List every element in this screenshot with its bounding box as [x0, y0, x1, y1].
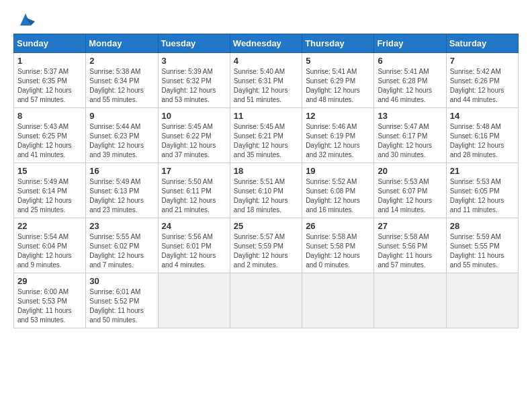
- calendar-week-row: 15 Sunrise: 5:49 AM Sunset: 6:14 PM Dayl…: [14, 163, 519, 218]
- col-thursday: Thursday: [302, 34, 374, 53]
- calendar-week-row: 8 Sunrise: 5:43 AM Sunset: 6:25 PM Dayli…: [14, 108, 519, 163]
- table-row: 22 Sunrise: 5:54 AM Sunset: 6:04 PM Dayl…: [14, 218, 86, 273]
- table-row: 21 Sunrise: 5:53 AM Sunset: 6:05 PM Dayl…: [446, 163, 518, 218]
- day-info: Sunrise: 5:56 AM Sunset: 6:01 PM Dayligh…: [162, 232, 226, 270]
- table-row: 19 Sunrise: 5:52 AM Sunset: 6:08 PM Dayl…: [302, 163, 374, 218]
- day-info: Sunrise: 5:43 AM Sunset: 6:25 PM Dayligh…: [17, 122, 82, 160]
- day-info: Sunrise: 6:00 AM Sunset: 5:53 PM Dayligh…: [17, 287, 82, 325]
- day-number: 11: [234, 111, 298, 121]
- col-monday: Monday: [86, 34, 158, 53]
- day-info: Sunrise: 5:57 AM Sunset: 5:59 PM Dayligh…: [234, 232, 298, 270]
- day-number: 20: [378, 166, 442, 176]
- day-number: 25: [234, 221, 298, 231]
- table-row: 29 Sunrise: 6:00 AM Sunset: 5:53 PM Dayl…: [14, 273, 86, 328]
- day-number: 22: [17, 221, 82, 231]
- day-number: 8: [17, 111, 82, 121]
- day-number: 28: [450, 221, 515, 231]
- table-row: 6 Sunrise: 5:41 AM Sunset: 6:28 PM Dayli…: [374, 53, 446, 108]
- day-info: Sunrise: 5:44 AM Sunset: 6:23 PM Dayligh…: [89, 122, 154, 160]
- day-info: Sunrise: 5:52 AM Sunset: 6:08 PM Dayligh…: [306, 177, 370, 215]
- day-number: 10: [162, 111, 226, 121]
- day-number: 5: [306, 56, 370, 66]
- day-info: Sunrise: 5:58 AM Sunset: 5:56 PM Dayligh…: [378, 232, 442, 270]
- day-info: Sunrise: 5:46 AM Sunset: 6:19 PM Dayligh…: [306, 122, 370, 160]
- table-row: [230, 273, 302, 328]
- table-row: 13 Sunrise: 5:47 AM Sunset: 6:17 PM Dayl…: [374, 108, 446, 163]
- table-row: 12 Sunrise: 5:46 AM Sunset: 6:19 PM Dayl…: [302, 108, 374, 163]
- day-number: 1: [17, 56, 82, 66]
- day-number: 13: [378, 111, 442, 121]
- calendar-week-row: 1 Sunrise: 5:37 AM Sunset: 6:35 PM Dayli…: [14, 53, 519, 108]
- table-row: [302, 273, 374, 328]
- day-number: 4: [234, 56, 298, 66]
- day-number: 12: [306, 111, 370, 121]
- day-number: 21: [450, 166, 515, 176]
- day-info: Sunrise: 5:45 AM Sunset: 6:21 PM Dayligh…: [234, 122, 298, 160]
- day-info: Sunrise: 5:49 AM Sunset: 6:14 PM Dayligh…: [17, 177, 82, 215]
- page: Sunday Monday Tuesday Wednesday Thursday…: [0, 0, 532, 411]
- day-info: Sunrise: 5:51 AM Sunset: 6:10 PM Dayligh…: [234, 177, 298, 215]
- day-number: 24: [162, 221, 226, 231]
- table-row: 24 Sunrise: 5:56 AM Sunset: 6:01 PM Dayl…: [158, 218, 230, 273]
- logo-icon: [16, 11, 35, 30]
- day-info: Sunrise: 5:53 AM Sunset: 6:05 PM Dayligh…: [450, 177, 515, 215]
- table-row: 3 Sunrise: 5:39 AM Sunset: 6:32 PM Dayli…: [158, 53, 230, 108]
- table-row: [158, 273, 230, 328]
- day-number: 14: [450, 111, 515, 121]
- day-number: 27: [378, 221, 442, 231]
- logo: [13, 11, 35, 27]
- day-number: 15: [17, 166, 82, 176]
- day-info: Sunrise: 5:55 AM Sunset: 6:02 PM Dayligh…: [89, 232, 154, 270]
- table-row: 30 Sunrise: 6:01 AM Sunset: 5:52 PM Dayl…: [86, 273, 158, 328]
- day-info: Sunrise: 5:58 AM Sunset: 5:58 PM Dayligh…: [306, 232, 370, 270]
- day-info: Sunrise: 5:54 AM Sunset: 6:04 PM Dayligh…: [17, 232, 82, 270]
- day-info: Sunrise: 5:39 AM Sunset: 6:32 PM Dayligh…: [162, 67, 226, 105]
- calendar-week-row: 22 Sunrise: 5:54 AM Sunset: 6:04 PM Dayl…: [14, 218, 519, 273]
- day-number: 16: [89, 166, 154, 176]
- table-row: 20 Sunrise: 5:53 AM Sunset: 6:07 PM Dayl…: [374, 163, 446, 218]
- table-row: 4 Sunrise: 5:40 AM Sunset: 6:31 PM Dayli…: [230, 53, 302, 108]
- day-info: Sunrise: 5:41 AM Sunset: 6:29 PM Dayligh…: [306, 67, 370, 105]
- table-row: 25 Sunrise: 5:57 AM Sunset: 5:59 PM Dayl…: [230, 218, 302, 273]
- table-row: 14 Sunrise: 5:48 AM Sunset: 6:16 PM Dayl…: [446, 108, 518, 163]
- calendar-header-row: Sunday Monday Tuesday Wednesday Thursday…: [14, 34, 519, 53]
- table-row: 16 Sunrise: 5:49 AM Sunset: 6:13 PM Dayl…: [86, 163, 158, 218]
- day-info: Sunrise: 6:01 AM Sunset: 5:52 PM Dayligh…: [89, 287, 154, 325]
- day-info: Sunrise: 5:49 AM Sunset: 6:13 PM Dayligh…: [89, 177, 154, 215]
- table-row: 27 Sunrise: 5:58 AM Sunset: 5:56 PM Dayl…: [374, 218, 446, 273]
- col-friday: Friday: [374, 34, 446, 53]
- table-row: 18 Sunrise: 5:51 AM Sunset: 6:10 PM Dayl…: [230, 163, 302, 218]
- day-number: 29: [17, 276, 82, 286]
- day-info: Sunrise: 5:42 AM Sunset: 6:26 PM Dayligh…: [450, 67, 515, 105]
- table-row: 1 Sunrise: 5:37 AM Sunset: 6:35 PM Dayli…: [14, 53, 86, 108]
- day-number: 19: [306, 166, 370, 176]
- day-info: Sunrise: 5:45 AM Sunset: 6:22 PM Dayligh…: [162, 122, 226, 160]
- col-saturday: Saturday: [446, 34, 518, 53]
- table-row: 5 Sunrise: 5:41 AM Sunset: 6:29 PM Dayli…: [302, 53, 374, 108]
- table-row: 8 Sunrise: 5:43 AM Sunset: 6:25 PM Dayli…: [14, 108, 86, 163]
- table-row: 7 Sunrise: 5:42 AM Sunset: 6:26 PM Dayli…: [446, 53, 518, 108]
- calendar-table: Sunday Monday Tuesday Wednesday Thursday…: [13, 34, 519, 328]
- day-number: 7: [450, 56, 515, 66]
- day-number: 30: [89, 276, 154, 286]
- day-info: Sunrise: 5:48 AM Sunset: 6:16 PM Dayligh…: [450, 122, 515, 160]
- day-info: Sunrise: 5:38 AM Sunset: 6:34 PM Dayligh…: [89, 67, 154, 105]
- table-row: [374, 273, 446, 328]
- table-row: [446, 273, 518, 328]
- table-row: 11 Sunrise: 5:45 AM Sunset: 6:21 PM Dayl…: [230, 108, 302, 163]
- day-info: Sunrise: 5:37 AM Sunset: 6:35 PM Dayligh…: [17, 67, 82, 105]
- day-number: 9: [89, 111, 154, 121]
- day-info: Sunrise: 5:53 AM Sunset: 6:07 PM Dayligh…: [378, 177, 442, 215]
- header: [13, 11, 519, 27]
- day-number: 23: [89, 221, 154, 231]
- day-info: Sunrise: 5:59 AM Sunset: 5:55 PM Dayligh…: [450, 232, 515, 270]
- day-info: Sunrise: 5:41 AM Sunset: 6:28 PM Dayligh…: [378, 67, 442, 105]
- col-tuesday: Tuesday: [158, 34, 230, 53]
- day-number: 3: [162, 56, 226, 66]
- day-number: 6: [378, 56, 442, 66]
- day-info: Sunrise: 5:50 AM Sunset: 6:11 PM Dayligh…: [162, 177, 226, 215]
- day-info: Sunrise: 5:47 AM Sunset: 6:17 PM Dayligh…: [378, 122, 442, 160]
- col-wednesday: Wednesday: [230, 34, 302, 53]
- day-number: 17: [162, 166, 226, 176]
- day-number: 26: [306, 221, 370, 231]
